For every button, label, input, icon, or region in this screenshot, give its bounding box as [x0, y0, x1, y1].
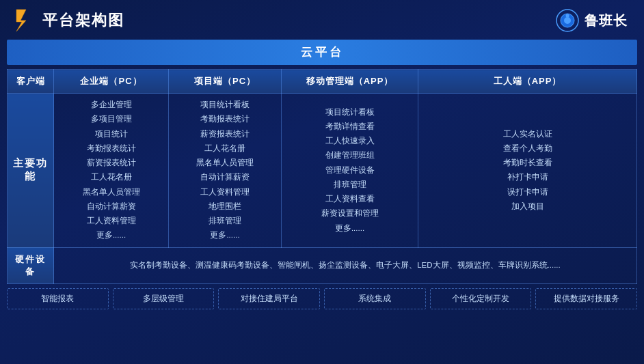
- worker-feature-4: 补打卡申请: [421, 170, 634, 184]
- project-feature-3: 薪资报表统计: [172, 127, 278, 141]
- project-feature-2: 考勤报表统计: [172, 112, 278, 126]
- svg-point-3: [564, 17, 571, 24]
- worker-app-features: 工人实名认证 查看个人考勤 考勤时长查看 补打卡申请 误打卡申请 加入项目: [418, 94, 637, 248]
- project-feature-1: 项目统计看板: [172, 98, 278, 112]
- feature-item-2: 对接住建局平台: [218, 288, 320, 309]
- feature-item-3: 系统集成: [324, 288, 426, 309]
- enterprise-feature-10: 更多......: [57, 228, 165, 242]
- col-header-worker: 工人端（APP）: [418, 70, 637, 94]
- project-feature-10: 更多......: [172, 228, 278, 242]
- feature-item-1: 多层级管理: [113, 288, 215, 309]
- enterprise-pc-features: 多企业管理 多项目管理 项目统计 考勤报表统计 薪资报表统计 工人花名册 黑名单…: [54, 94, 169, 248]
- svg-point-4: [566, 14, 569, 18]
- enterprise-feature-3: 项目统计: [57, 127, 165, 141]
- feature-item-5: 提供数据对接服务: [535, 288, 637, 309]
- mobile-app-features: 项目统计看板 考勤详情查看 工人快速录入 创建管理班组 管理硬件设备 排班管理 …: [282, 94, 418, 248]
- mobile-feature-7: 工人资料查看: [284, 192, 415, 206]
- worker-feature-3: 考勤时长查看: [421, 156, 634, 170]
- project-feature-5: 黑名单人员管理: [172, 156, 278, 170]
- enterprise-feature-8: 自动计算薪资: [57, 199, 165, 214]
- worker-feature-2: 查看个人考勤: [421, 141, 634, 156]
- header-left: 平台架构图: [11, 8, 124, 33]
- mobile-feature-3: 工人快速录入: [284, 134, 415, 148]
- enterprise-feature-5: 薪资报表统计: [57, 156, 165, 170]
- mobile-feature-2: 考勤详情查看: [284, 120, 415, 134]
- cloud-platform-bar: 云平台: [7, 40, 637, 65]
- column-headers-row: 客户端 企业端（PC） 项目端（PC） 移动管理端（APP） 工人端（APP）: [8, 70, 637, 94]
- project-feature-9: 排班管理: [172, 214, 278, 228]
- svg-marker-0: [16, 10, 26, 31]
- hardware-content: 实名制考勤设备、测温健康码考勤设备、智能闸机、扬尘监测设备、电子大屏、LED大屏…: [54, 247, 637, 283]
- enterprise-feature-6: 工人花名册: [57, 170, 165, 184]
- project-feature-8: 地理围栏: [172, 199, 278, 214]
- mobile-feature-5: 管理硬件设备: [284, 163, 415, 178]
- page-title: 平台架构图: [42, 10, 124, 31]
- enterprise-feature-1: 多企业管理: [57, 98, 165, 112]
- main-function-label: 主要功能: [8, 94, 54, 248]
- bottom-features: 智能报表 多层级管理 对接住建局平台 系统集成 个性化定制开发 提供数据对接服务: [7, 288, 637, 309]
- project-feature-6: 自动计算薪资: [172, 170, 278, 184]
- enterprise-feature-2: 多项目管理: [57, 112, 165, 126]
- feature-item-4: 个性化定制开发: [430, 288, 532, 309]
- logo-icon: [11, 8, 36, 33]
- mobile-feature-4: 创建管理班组: [284, 148, 415, 163]
- hardware-label: 硬件设备: [8, 247, 54, 283]
- mobile-feature-8: 薪资设置和管理: [284, 206, 415, 221]
- enterprise-feature-4: 考勤报表统计: [57, 141, 165, 156]
- project-feature-4: 工人花名册: [172, 141, 278, 156]
- header: 平台架构图 鲁班长: [0, 0, 644, 40]
- main-table: 客户端 企业端（PC） 项目端（PC） 移动管理端（APP） 工人端（APP） …: [7, 69, 637, 284]
- col-header-client: 客户端: [8, 70, 54, 94]
- col-header-mobile: 移动管理端（APP）: [282, 70, 418, 94]
- mobile-feature-6: 排班管理: [284, 178, 415, 192]
- brand-logo: 鲁班长: [556, 9, 628, 32]
- enterprise-feature-7: 黑名单人员管理: [57, 185, 165, 199]
- brand-name: 鲁班长: [585, 12, 628, 30]
- mobile-feature-9: 更多......: [284, 221, 415, 236]
- project-feature-7: 工人资料管理: [172, 185, 278, 199]
- hardware-row: 硬件设备 实名制考勤设备、测温健康码考勤设备、智能闸机、扬尘监测设备、电子大屏、…: [8, 247, 637, 283]
- worker-feature-5: 误打卡申请: [421, 185, 634, 199]
- enterprise-feature-9: 工人资料管理: [57, 214, 165, 228]
- mobile-feature-1: 项目统计看板: [284, 105, 415, 120]
- col-header-enterprise: 企业端（PC）: [54, 70, 169, 94]
- project-pc-features: 项目统计看板 考勤报表统计 薪资报表统计 工人花名册 黑名单人员管理 自动计算薪…: [169, 94, 282, 248]
- worker-feature-6: 加入项目: [421, 199, 634, 214]
- col-header-project: 项目端（PC）: [169, 70, 282, 94]
- worker-feature-1: 工人实名认证: [421, 127, 634, 141]
- feature-item-0: 智能报表: [7, 288, 109, 309]
- main-function-row: 主要功能 多企业管理 多项目管理 项目统计 考勤报表统计 薪资报表统计 工人花名…: [8, 94, 637, 248]
- brand-icon: [556, 9, 579, 32]
